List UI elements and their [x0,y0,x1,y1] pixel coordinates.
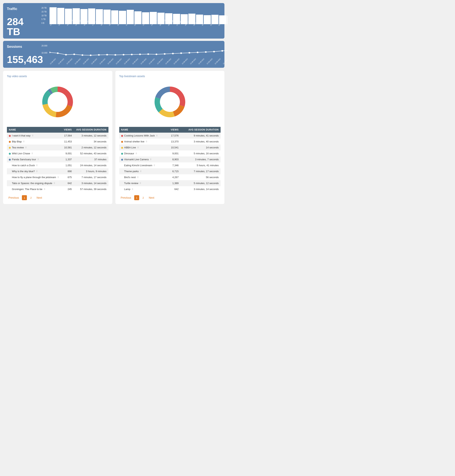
svg-point-7 [106,54,108,56]
asset-name: Theme parks [124,170,139,173]
sessions-yaxis: 0 10.000 20.000 [41,45,49,61]
drag-icon: ⠿ [37,158,39,161]
svg-point-12 [147,53,149,55]
video-prev-button[interactable]: Previous [7,195,20,200]
traffic-panel: Traffic 284 TB 0 B 5 TB 10 TB 15 TB 20 T… [3,3,224,39]
table-cell-duration: 7 minutes, 17 seconds [74,174,108,180]
asset-name: Animal shelter live [124,140,145,143]
color-dot-icon [9,147,11,149]
table-cell-duration: 24 minutes, 14 seconds [74,162,108,168]
asset-name: Turtle review [124,182,138,185]
traffic-chart-area: 0 B 5 TB 10 TB 15 TB 20 TB 12-07-202213-… [41,7,228,31]
drag-icon: ⠿ [43,188,45,190]
video-table-header-row: NAME VIEWS AVG SESSION DURATION [7,127,108,133]
svg-point-1 [57,52,59,54]
table-row: Wild Lion Chase ⠿9,00152 minutes, 43 sec… [7,151,108,156]
color-dot-icon [121,147,123,149]
sessions-value: 155,463 [7,55,38,65]
table-row: Cooking Lessons With Jack ⠿17,5769 minut… [119,133,221,138]
livestream-assets-title: Top livestream assets [119,75,221,78]
table-row: Tea review ⠿10,5812 minutes, 12 seconds [7,145,108,151]
donut-center [160,92,179,112]
table-cell-name: Tabs or Spaces: the ongoing dispute ⠿ [7,180,62,186]
table-cell-name: ABBA Live ⠿ [119,145,167,151]
table-row: Bird's nest ⠿4,26756 seconds [119,174,221,180]
asset-name: How to catch a Duck [12,164,35,167]
svg-point-18 [197,52,198,53]
table-cell-name: Dinosaur ⠿ [119,151,167,156]
table-row: Blip Blap ⠿11,45334 seconds [7,138,108,145]
traffic-title: Traffic [7,7,38,11]
table-cell-views: 9,001 [167,151,180,156]
asset-name: Groningen: The Place to be [12,188,42,191]
video-assets-panel: Top video assets NAME VIEWS AVG SESSION … [3,71,112,204]
table-cell-duration: 3 hours, 9 minutes [74,168,108,174]
table-cell-duration: 2 minutes, 12 seconds [74,145,108,151]
table-cell-duration: 57 minutes, 39 seconds [74,186,108,192]
table-cell-views: 7,346 [167,162,180,168]
traffic-bars-wrap: 12-07-202213-07-202214-07-202215-07-2022… [49,7,228,31]
color-dot-icon [121,141,123,143]
traffic-left: Traffic 284 TB [7,7,38,37]
video-page-2[interactable]: 2 [28,195,33,200]
livestream-prev-button[interactable]: Previous [119,195,133,200]
table-cell-views: 10,581 [62,145,74,151]
table-cell-duration: 3 minutes, 12 seconds [74,133,108,138]
drag-icon: ⠿ [31,152,33,155]
table-cell-name: Turtle review ⠿ [119,180,167,186]
table-cell-name: Animal shelter live ⠿ [119,138,167,145]
traffic-yaxis: 0 B 5 TB 10 TB 15 TB 20 TB [41,7,49,24]
traffic-xaxis: 12-07-202213-07-202214-07-202215-07-2022… [49,25,228,31]
table-cell-duration: 5 minutes, 16 seconds [180,151,221,156]
asset-name: I want it that way [12,134,31,137]
sessions-panel: Sessions 155,463 0 10.000 20.000 12-08-2… [3,41,224,68]
drag-icon: ⠿ [35,164,38,167]
livestream-page-2[interactable]: 2 [141,195,146,200]
color-dot-icon [121,153,123,155]
asset-name: ABBA Live [124,146,136,149]
video-col-views: VIEWS [62,127,74,133]
asset-name: Lamp [124,188,130,191]
svg-point-20 [213,51,215,52]
table-cell-name: Vismarkt Live Camera ⠿ [119,156,167,162]
video-page-1[interactable]: 1 [22,195,27,200]
table-cell-views: 9,001 [62,151,74,156]
livestream-table-header-row: NAME VIEWS AVG SESSION DURATION [119,127,221,133]
drag-icon: ⠿ [149,158,152,161]
livestream-assets-table: NAME VIEWS AVG SESSION DURATION Cooking … [119,127,221,192]
table-row: Vismarkt Live Camera ⠿8,9033 minutes, 7 … [119,156,221,162]
table-cell-name: Theme parks ⠿ [119,168,167,174]
video-assets-title: Top video assets [7,75,108,78]
table-cell-duration: 34 seconds [74,138,108,145]
video-next-button[interactable]: Next [35,195,44,200]
table-cell-views: 245 [62,186,74,192]
table-cell-name: I want it that way ⠿ [7,133,62,138]
table-cell-name: Why is the sky blue? ⠿ [7,168,62,174]
sessions-chart-area: 0 10.000 20.000 12-08-202212-08-202212-0… [41,45,228,66]
table-cell-views: 11,453 [62,138,74,145]
table-cell-name: How to catch a Duck ⠿ [7,162,62,168]
table-cell-name: Tea review ⠿ [7,145,62,151]
bottom-row: Top video assets NAME VIEWS AVG SESSION … [3,71,224,204]
video-assets-table: NAME VIEWS AVG SESSION DURATION I want i… [7,127,108,192]
table-cell-duration: 5 hours, 41 minutes [180,162,221,168]
asset-name: Tabs or Spaces: the ongoing dispute [12,182,52,185]
drag-icon: ⠿ [137,176,139,178]
table-cell-name: Wild Lion Chase ⠿ [7,151,62,156]
table-cell-name: Groningen: The Place to be ⠿ [7,186,62,192]
drag-icon: ⠿ [57,176,59,178]
table-cell-duration: 3 minutes, 14 seconds [74,180,108,186]
table-row: ABBA Live ⠿10,54114 seconds [119,145,221,151]
livestream-next-button[interactable]: Next [147,195,156,200]
table-cell-duration: 7 minutes, 17 seconds [180,168,221,174]
livestream-col-views: VIEWS [167,127,180,133]
svg-point-17 [188,52,190,54]
svg-point-5 [90,55,92,56]
asset-name: Cooking Lessons With Jack [124,134,155,137]
color-dot-icon [121,159,123,161]
livestream-page-1[interactable]: 1 [134,195,139,200]
color-dot-icon [9,159,11,161]
table-cell-name: Eating Kimchi Livestream ⠿ [119,162,167,168]
asset-name: How to fly a plane through the jetstream [12,176,56,179]
table-row: How to fly a plane through the jetstream… [7,174,108,180]
